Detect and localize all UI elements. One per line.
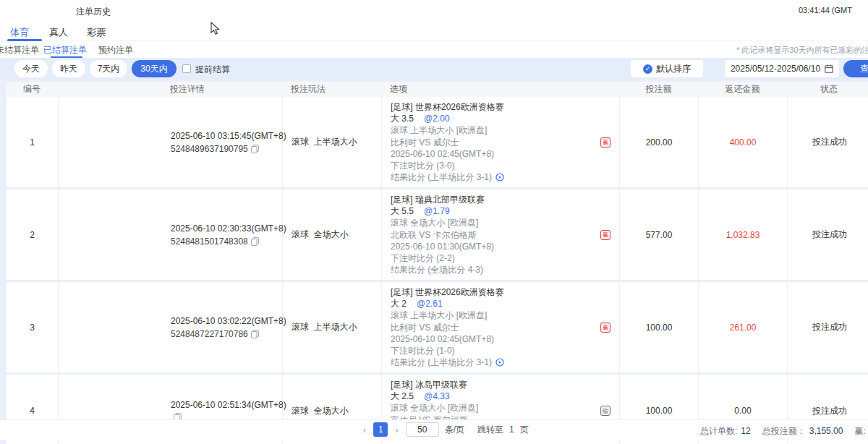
- stake-amount: 577.00: [620, 189, 699, 280]
- calendar-icon: [825, 64, 833, 73]
- top-bar: 注单历史 03:41:44 (GMT: [0, 0, 868, 20]
- result-score: 结果比分 (上半场比分 3-1): [391, 171, 492, 183]
- date-range-picker[interactable]: 2025/05/12-2025/06/10: [725, 60, 839, 77]
- default-sort-label: 默认排序: [656, 63, 691, 75]
- footer-bar: ‹ 1 › 条/页 跳转至 1 页 总计单数:12 总投注额：3,155.00 …: [0, 419, 868, 440]
- bet-details-cell: 2025-06-10 02:30:33(GMT+8) 5248481501748…: [59, 189, 283, 280]
- prev-page-button[interactable]: ‹: [362, 424, 367, 435]
- bet-play: 滚球 全场大小: [283, 189, 382, 280]
- pick-value: 大 2: [391, 299, 407, 309]
- early-settle-label: 提前结算: [195, 64, 230, 76]
- page-size-input[interactable]: [406, 422, 439, 437]
- page-unit-label: 页: [520, 424, 529, 436]
- match-time: 2025-06-10 01:30(GMT+8): [391, 241, 619, 252]
- summary-totals: 总计单数:12 总投注额：3,155.00 赢:2251.41: [700, 425, 868, 437]
- market-line: 滚球 全场大小 [欧洲盘]: [391, 402, 619, 414]
- odds-value: @2.00: [424, 114, 450, 124]
- search-button[interactable]: 查询: [843, 60, 868, 77]
- bets-table: 编号 投注详情 投注玩法 选项 投注额 返还金额 状态 1 2025-06-10…: [6, 82, 868, 444]
- bet-number: 3: [7, 282, 59, 372]
- subtab-reserved[interactable]: 预约注单: [98, 44, 133, 56]
- pick-value: 大 2.5: [391, 391, 414, 401]
- mouse-cursor: [210, 22, 220, 38]
- table-row: 2 2025-06-10 02:30:33(GMT+8) 52484815017…: [6, 189, 868, 280]
- col-play: 投注玩法: [282, 83, 381, 95]
- copy-icon[interactable]: [251, 145, 259, 153]
- check-circle-icon: ✓: [643, 64, 652, 74]
- result-badge-icon: 赢: [600, 230, 610, 240]
- bet-selection-cell: [足球] 世界杯2026欧洲资格赛 大 2@2.61 滚球 上半场大小 [欧洲盘…: [382, 282, 620, 372]
- odds-value: @1.79: [424, 206, 450, 216]
- table-header: 编号 投注详情 投注玩法 选项 投注额 返还金额 状态: [6, 82, 868, 97]
- copy-icon[interactable]: [251, 237, 259, 246]
- server-time: 03:41:44 (GMT: [799, 6, 852, 14]
- bet-number: 2: [7, 189, 59, 280]
- result-badge-icon: 赢: [600, 323, 610, 333]
- market-line: 滚球 上半场大小 [欧洲盘]: [391, 124, 619, 136]
- jump-page-value[interactable]: 1: [509, 424, 514, 435]
- league-name: [足球] 世界杯2026欧洲资格赛: [391, 101, 619, 113]
- bet-time: 2025-06-10 02:51:34(GMT+8): [171, 400, 282, 410]
- tab-live[interactable]: 真人: [49, 26, 68, 39]
- col-number: 编号: [6, 83, 58, 95]
- main-tabs: 体育 真人 彩票: [0, 20, 868, 41]
- bet-details-cell: 2025-06-10 03:02:22(GMT+8) 5248487227170…: [59, 282, 283, 372]
- market-line: 滚球 全场大小 [欧洲盘]: [391, 217, 619, 229]
- col-payout: 返还金额: [698, 83, 787, 95]
- bet-id: 5248481501748308: [171, 236, 248, 247]
- pick-line: 大 2@2.61: [391, 298, 619, 309]
- result-badge-icon: 赢: [600, 137, 610, 148]
- result-badge-icon: 输: [600, 406, 610, 416]
- filter-bar: 今天 昨天 7天内 30天内 提前结算 ✓ 默认排序 2025/05/12-20…: [0, 58, 868, 80]
- bet-status: 投注成功: [788, 282, 868, 372]
- tab-sports[interactable]: 体育: [10, 26, 29, 39]
- page-1-button[interactable]: 1: [373, 422, 388, 437]
- pagination: ‹ 1 › 条/页 跳转至 1 页: [362, 422, 529, 437]
- stake-amount: 100.00: [620, 282, 699, 372]
- league-name: [足球] 世界杯2026欧洲资格赛: [391, 286, 619, 298]
- payout-amount: 261.00: [699, 282, 788, 372]
- subtab-settled[interactable]: 已结算注单: [43, 44, 87, 56]
- odds-value: @4.33: [424, 391, 450, 401]
- jump-to-label: 跳转至: [477, 424, 503, 436]
- pick-value: 大 3.5: [391, 114, 414, 124]
- per-page-label: 条/页: [445, 424, 464, 436]
- default-sort-button[interactable]: ✓ 默认排序: [631, 60, 703, 77]
- next-page-button[interactable]: ›: [393, 424, 399, 435]
- range-today-button[interactable]: 今天: [14, 60, 48, 77]
- total-win: 赢:2251.41: [854, 425, 868, 437]
- pick-line: 大 3.5@2.00: [391, 113, 619, 124]
- range-30days-button[interactable]: 30天内: [132, 60, 176, 77]
- result-line: 结果比分 (上半场比分 3-1): [391, 171, 619, 183]
- bet-id: 5248489637190795: [171, 144, 248, 154]
- payout-amount: 400.00: [699, 97, 788, 187]
- early-settle-checkbox[interactable]: [182, 64, 191, 73]
- bet-id: 5248487227170786: [171, 329, 248, 339]
- subtab-unsettled[interactable]: 未结算注单: [0, 44, 39, 56]
- odds-value: @2.61: [417, 299, 443, 309]
- bet-time: 2025-06-10 03:15:45(GMT+8): [171, 131, 282, 141]
- table-row: 3 2025-06-10 03:02:22(GMT+8) 52484872271…: [6, 282, 868, 372]
- pick-value: 大 5.5: [391, 206, 414, 216]
- range-7days-button[interactable]: 7天内: [90, 60, 127, 77]
- record-notice: * 此记录将显示30天内所有已派彩的注单: [736, 45, 868, 56]
- col-stake: 投注额: [619, 83, 698, 95]
- bet-time: 2025-06-10 02:30:33(GMT+8): [171, 223, 282, 234]
- result-line: 结果比分 (全场比分 4-3): [391, 264, 619, 276]
- match-teams: 比利时 VS 威尔士: [391, 137, 619, 148]
- bet-status: 投注成功: [788, 189, 868, 280]
- copy-icon[interactable]: [251, 330, 259, 338]
- page-title: 注单历史: [76, 6, 111, 18]
- sub-tabs: 未结算注单 已结算注单 预约注单 * 此记录将显示30天内所有已派彩的注单: [0, 41, 868, 58]
- range-yesterday-button[interactable]: 昨天: [52, 60, 85, 77]
- col-details: 投注详情: [58, 83, 282, 95]
- bet-details-cell: 2025-06-10 03:15:45(GMT+8) 5248489637190…: [59, 97, 283, 187]
- col-status: 状态: [787, 83, 868, 95]
- total-count: 总计单数:12: [700, 425, 751, 437]
- league-name: [足球] 瑞典北部甲级联赛: [391, 194, 619, 205]
- bet-time: 2025-06-10 03:02:22(GMT+8): [171, 316, 282, 326]
- tab-lottery[interactable]: 彩票: [87, 26, 106, 39]
- pick-line: 大 5.5@1.79: [391, 205, 619, 217]
- match-teams: 北欧联 VS 卡尔伯格斯: [391, 229, 619, 241]
- date-range-value: 2025/05/12-2025/06/10: [731, 64, 820, 74]
